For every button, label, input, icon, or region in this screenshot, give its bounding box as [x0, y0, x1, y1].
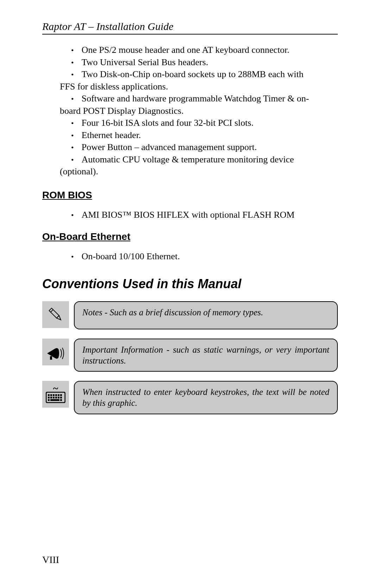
ethernet-list: •On-board 10/100 Ethernet.: [60, 251, 334, 262]
svg-rect-10: [58, 394, 59, 396]
list-item-wrap: (optional).: [60, 166, 334, 178]
svg-rect-12: [48, 397, 50, 398]
list-item: •AMI BIOS™ BIOS HIFLEX with optional FLA…: [60, 209, 334, 221]
svg-line-3: [51, 309, 53, 312]
list-item-text: Power Button – advanced management suppo…: [82, 142, 257, 152]
list-item: •One PS/2 mouse header and one AT keyboa…: [60, 44, 334, 56]
list-item: •Ethernet header.: [60, 130, 334, 141]
important-callout: Important Information - such as static w…: [74, 339, 338, 372]
list-item-text: Automatic CPU voltage & temperature moni…: [82, 154, 294, 165]
svg-rect-16: [58, 397, 59, 398]
list-item: •Automatic CPU voltage & temperature mon…: [60, 154, 334, 166]
convention-row-notes: Notes - Such as a brief discussion of me…: [42, 301, 338, 329]
section-heading-conventions: Conventions Used in this Manual: [42, 277, 338, 291]
list-item-wrap: board POST Display Diagnostics.: [60, 105, 334, 117]
section-heading-ethernet: On-Board Ethernet: [42, 231, 338, 242]
list-item: •Software and hardware programmable Watc…: [60, 93, 334, 105]
rom-bios-list: •AMI BIOS™ BIOS HIFLEX with optional FLA…: [60, 209, 334, 221]
svg-marker-1: [57, 315, 62, 321]
list-item-text: Four 16-bit ISA slots and four 32-bit PC…: [82, 118, 254, 128]
feature-list: •One PS/2 mouse header and one AT keyboa…: [60, 44, 334, 178]
keyboard-callout: When instructed to enter keyboard keystr…: [74, 381, 338, 414]
convention-row-important: Important Information - such as static w…: [42, 339, 338, 372]
svg-rect-4: [50, 356, 52, 360]
list-item-text: AMI BIOS™ BIOS HIFLEX with optional FLAS…: [82, 210, 294, 220]
list-item: •On-board 10/100 Ethernet.: [60, 251, 334, 262]
list-item-text: Software and hardware programmable Watch…: [82, 93, 309, 104]
header-divider: [42, 34, 338, 35]
convention-row-keyboard: ~ When instructed to enter keyboard keys…: [42, 381, 338, 414]
keyboard-callout-text: When instructed to enter keyboard keystr…: [82, 387, 329, 408]
list-item: •Two Universal Serial Bus headers.: [60, 57, 334, 68]
list-item: •Two Disk-on-Chip on-board sockets up to…: [60, 69, 334, 80]
svg-rect-20: [60, 399, 62, 401]
list-item-text: Two Universal Serial Bus headers.: [82, 57, 208, 67]
notes-callout-text: Notes - Such as a brief discussion of me…: [82, 308, 263, 317]
svg-rect-11: [60, 394, 62, 396]
list-item: •Power Button – advanced management supp…: [60, 142, 334, 153]
svg-rect-17: [60, 397, 62, 398]
keyboard-icon: ~: [42, 381, 69, 408]
svg-rect-8: [53, 394, 55, 396]
important-callout-text: Important Information - such as static w…: [82, 345, 329, 365]
pencil-icon: [42, 301, 69, 328]
svg-rect-14: [53, 397, 55, 398]
list-item-text: On-board 10/100 Ethernet.: [82, 251, 180, 261]
list-item-text: Ethernet header.: [82, 130, 141, 140]
page-number: VIII: [42, 554, 59, 565]
section-heading-rom-bios: ROM BIOS: [42, 190, 338, 201]
svg-rect-7: [50, 394, 52, 396]
document-page: Raptor AT – Installation Guide •One PS/2…: [0, 0, 380, 414]
page-header-title: Raptor AT – Installation Guide: [42, 20, 338, 32]
svg-rect-9: [55, 394, 57, 396]
svg-rect-6: [48, 394, 50, 396]
list-item-text: One PS/2 mouse header and one AT keyboar…: [82, 45, 290, 55]
svg-rect-0: [49, 308, 59, 318]
svg-rect-18: [48, 399, 50, 401]
svg-rect-13: [50, 397, 52, 398]
svg-rect-19: [50, 399, 59, 401]
list-item-text: Two Disk-on-Chip on-board sockets up to …: [82, 69, 304, 79]
megaphone-icon: [42, 339, 69, 365]
notes-callout: Notes - Such as a brief discussion of me…: [74, 301, 338, 329]
list-item-wrap: FFS for diskless applications.: [60, 81, 334, 93]
svg-rect-15: [55, 397, 57, 398]
list-item: •Four 16-bit ISA slots and four 32-bit P…: [60, 117, 334, 129]
